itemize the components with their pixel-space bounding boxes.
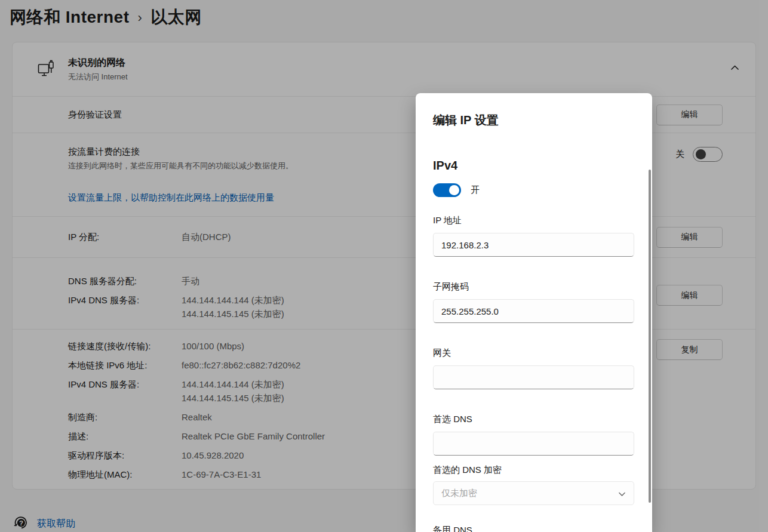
ip-address-label: IP 地址 bbox=[433, 214, 634, 226]
ipv4-section-label: IPv4 bbox=[433, 158, 634, 173]
subnet-mask-label: 子网掩码 bbox=[433, 281, 634, 293]
ip-address-input[interactable] bbox=[433, 233, 634, 257]
chevron-down-icon bbox=[618, 488, 626, 499]
dialog-scrollbar[interactable] bbox=[649, 170, 651, 503]
subnet-mask-input[interactable] bbox=[433, 299, 634, 323]
dns-encryption-selected-value: 仅未加密 bbox=[441, 488, 477, 499]
alternate-dns-label: 备用 DNS bbox=[433, 525, 634, 532]
dns-encryption-label: 首选的 DNS 加密 bbox=[433, 464, 634, 476]
ipv4-toggle-row: 开 bbox=[433, 183, 634, 197]
preferred-dns-label: 首选 DNS bbox=[433, 413, 634, 425]
preferred-dns-input[interactable] bbox=[433, 432, 634, 456]
ipv4-toggle-state-label: 开 bbox=[471, 184, 480, 196]
gateway-label: 网关 bbox=[433, 347, 634, 359]
gateway-input[interactable] bbox=[433, 365, 634, 389]
toggle-knob bbox=[449, 185, 459, 195]
dialog-title: 编辑 IP 设置 bbox=[433, 112, 634, 128]
ipv4-toggle[interactable] bbox=[433, 183, 461, 197]
modal-dim-overlay bbox=[0, 0, 768, 532]
edit-ip-settings-dialog: 编辑 IP 设置 IPv4 开 IP 地址 子网掩码 网关 首选 DNS 首选的… bbox=[416, 93, 652, 532]
dns-encryption-select[interactable]: 仅未加密 bbox=[433, 481, 634, 505]
